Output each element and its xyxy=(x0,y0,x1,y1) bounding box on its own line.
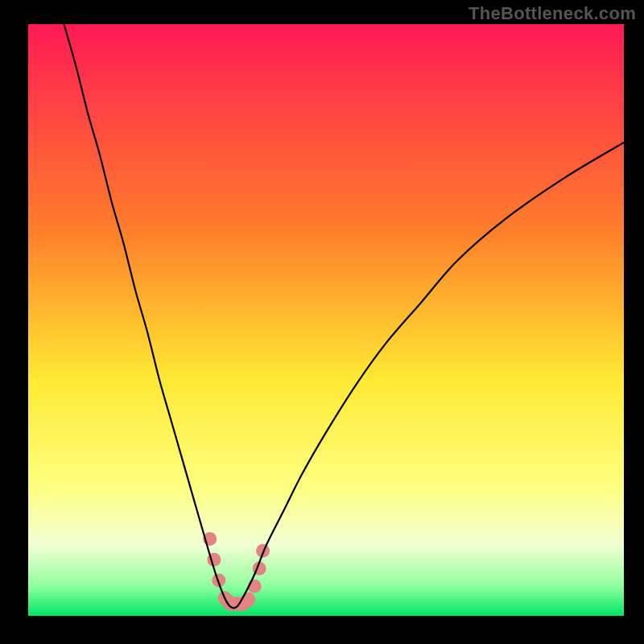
watermark-text: TheBottleneck.com xyxy=(469,3,636,24)
chart-plot-area xyxy=(28,24,624,616)
chart-svg xyxy=(28,24,624,616)
gradient-background xyxy=(28,24,624,616)
